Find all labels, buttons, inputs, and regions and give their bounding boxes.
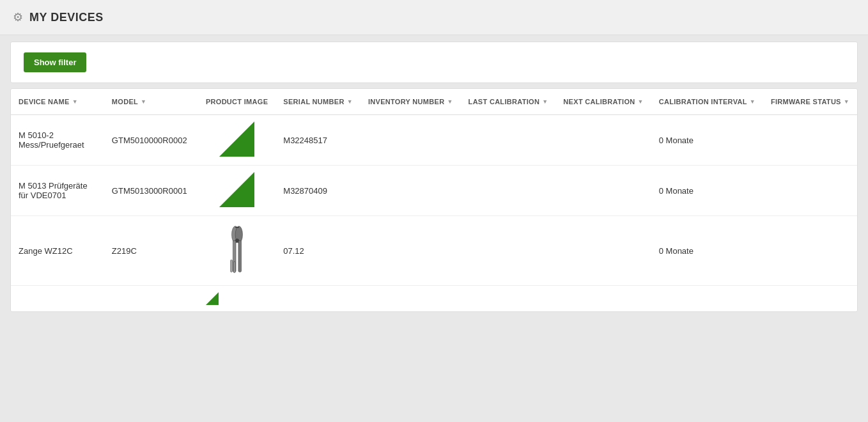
cell-calibration-interval: 0 Monate: [651, 115, 763, 166]
col-header-inventory-number[interactable]: INVENTORY NUMBER ▼: [360, 89, 461, 115]
cell-product-image: [198, 166, 275, 216]
cell-firmware-status: [763, 166, 857, 216]
table-row[interactable]: M 5010-2 Mess/PruefgeraetGTM5010000R0002…: [11, 115, 857, 166]
cell-serial-number: M32870409: [275, 166, 360, 216]
cell-next-calibration: [555, 166, 651, 216]
sort-arrow-cal-interval: ▼: [750, 98, 756, 105]
cell-inventory-number: [360, 115, 461, 166]
cell-calibration-interval: 0 Monate: [651, 216, 763, 286]
cell-product-image: [198, 216, 275, 286]
table-scroll[interactable]: DEVICE NAME ▼ MODEL ▼ PR: [11, 89, 857, 311]
gear-icon: ⚙: [13, 10, 23, 24]
cell-inventory-number: [360, 216, 461, 286]
sort-arrow-device-name: ▼: [72, 98, 78, 105]
page-title: MY DEVICES: [29, 11, 104, 24]
col-header-device-name[interactable]: DEVICE NAME ▼: [11, 89, 104, 115]
col-header-firmware-status[interactable]: FIRMWARE STATUS ▼: [763, 89, 857, 115]
cell-last-calibration: [461, 115, 556, 166]
sort-arrow-inventory: ▼: [447, 98, 453, 105]
main-content: Show filter DEVICE NAME ▼ MOD: [0, 35, 868, 318]
cell-device-name: M 5010-2 Mess/Pruefgeraet: [11, 115, 104, 166]
filter-bar: Show filter: [10, 42, 858, 83]
cell-firmware-status: [763, 115, 857, 166]
cell-inventory-number: [360, 166, 461, 216]
cell-device-name: M 5013 Prüfgeräte für VDE0701: [11, 166, 104, 216]
cell-last-calibration: [461, 166, 556, 216]
devices-table-container: DEVICE NAME ▼ MODEL ▼ PR: [10, 88, 858, 312]
col-header-serial-number[interactable]: SERIAL NUMBER ▼: [275, 89, 360, 115]
cell-model: GTM5013000R0001: [104, 166, 198, 216]
col-header-model[interactable]: MODEL ▼: [104, 89, 198, 115]
cell-calibration-interval: 0 Monate: [651, 166, 763, 216]
col-header-last-calibration[interactable]: LAST CALIBRATION ▼: [461, 89, 556, 115]
cell-model: GTM5010000R0002: [104, 115, 198, 166]
sort-arrow-last-cal: ▼: [542, 98, 548, 105]
table-header-row: DEVICE NAME ▼ MODEL ▼ PR: [11, 89, 857, 115]
cell-last-calibration: [461, 216, 556, 286]
table-row[interactable]: M 5013 Prüfgeräte für VDE0701GTM5013000R…: [11, 166, 857, 216]
sort-arrow-firmware: ▼: [844, 98, 849, 105]
table-row[interactable]: Zange WZ12CZ219C: [11, 216, 857, 286]
svg-rect-4: [238, 240, 241, 272]
cell-model: Z219C: [104, 216, 198, 286]
cell-next-calibration: [555, 115, 651, 166]
pliers-icon: [221, 223, 253, 277]
cell-device-name: Zange WZ12C: [11, 216, 104, 286]
cell-serial-number: 07.12: [275, 216, 360, 286]
col-header-next-calibration[interactable]: NEXT CALIBRATION ▼: [555, 89, 651, 115]
sort-arrow-next-cal: ▼: [638, 98, 644, 105]
col-header-calibration-interval[interactable]: CALIBRATION INTERVAL ▼: [651, 89, 763, 115]
table-row: [11, 286, 857, 312]
cell-serial-number: M32248517: [275, 115, 360, 166]
cell-firmware-status: [763, 216, 857, 286]
cell-product-image: [198, 115, 275, 166]
col-header-product-image: PRODUCT IMAGE: [198, 89, 275, 115]
sort-arrow-model: ▼: [141, 98, 146, 105]
svg-rect-5: [230, 260, 232, 272]
show-filter-button[interactable]: Show filter: [24, 52, 86, 72]
sort-arrow-serial: ▼: [347, 98, 353, 105]
cell-next-calibration: [555, 216, 651, 286]
devices-table: DEVICE NAME ▼ MODEL ▼ PR: [11, 89, 857, 311]
svg-rect-6: [233, 262, 235, 272]
page-header: ⚙ MY DEVICES: [0, 0, 868, 35]
